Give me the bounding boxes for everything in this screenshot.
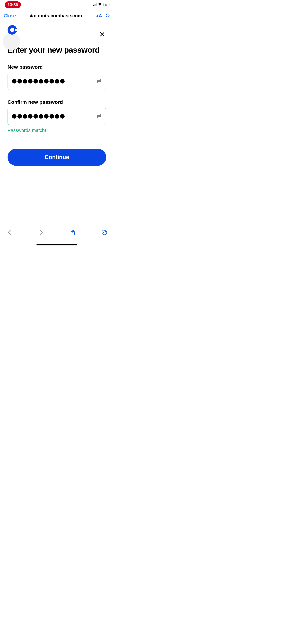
svg-rect-0 xyxy=(30,16,32,17)
continue-button[interactable]: Continue xyxy=(7,149,106,166)
svg-line-2 xyxy=(97,79,101,83)
status-indicators: 17 xyxy=(93,3,109,6)
browser-toolbar xyxy=(0,223,114,247)
new-password-input[interactable] xyxy=(7,73,106,90)
svg-line-4 xyxy=(97,114,101,118)
coinbase-logo-icon xyxy=(7,25,17,34)
toggle-visibility-icon[interactable] xyxy=(96,113,102,119)
home-indicator[interactable] xyxy=(36,244,77,246)
confirm-password-label: Confirm new password xyxy=(7,99,106,105)
address-bar[interactable]: counts.coinbase.com xyxy=(19,13,93,18)
battery-percent: 17 xyxy=(105,4,107,6)
cellular-signal-icon xyxy=(93,3,97,6)
close-icon[interactable]: ✕ xyxy=(99,25,106,38)
confirm-password-input[interactable] xyxy=(7,108,106,125)
battery-indicator: 17 xyxy=(103,3,109,6)
share-button[interactable] xyxy=(70,229,76,236)
page-title: Enter your new password xyxy=(7,46,106,55)
password-masked-value xyxy=(12,79,94,84)
reload-button[interactable] xyxy=(105,13,110,18)
brand-area xyxy=(7,25,17,34)
forward-button[interactable] xyxy=(38,229,44,236)
avatar-placeholder xyxy=(3,33,20,50)
tabs-button[interactable] xyxy=(101,229,107,236)
back-button[interactable] xyxy=(6,229,12,236)
browser-close-button[interactable]: Close xyxy=(4,13,16,18)
status-time: 13:56 xyxy=(5,2,21,8)
lock-icon xyxy=(30,14,33,18)
status-bar: 13:56 17 xyxy=(0,0,114,10)
confirm-password-field: Confirm new password Passwords match! xyxy=(7,99,106,133)
url-text: counts.coinbase.com xyxy=(34,13,82,18)
new-password-field: New password xyxy=(7,64,106,90)
browser-nav-bar: Close counts.coinbase.com AA xyxy=(0,10,114,22)
new-password-label: New password xyxy=(7,64,106,70)
text-size-button[interactable]: AA xyxy=(96,13,102,18)
page-content: ✕ Enter your new password New password C… xyxy=(0,22,114,166)
wifi-icon xyxy=(98,3,102,6)
passwords-match-message: Passwords match! xyxy=(7,128,106,133)
password-masked-value xyxy=(12,114,94,118)
toggle-visibility-icon[interactable] xyxy=(96,78,102,84)
